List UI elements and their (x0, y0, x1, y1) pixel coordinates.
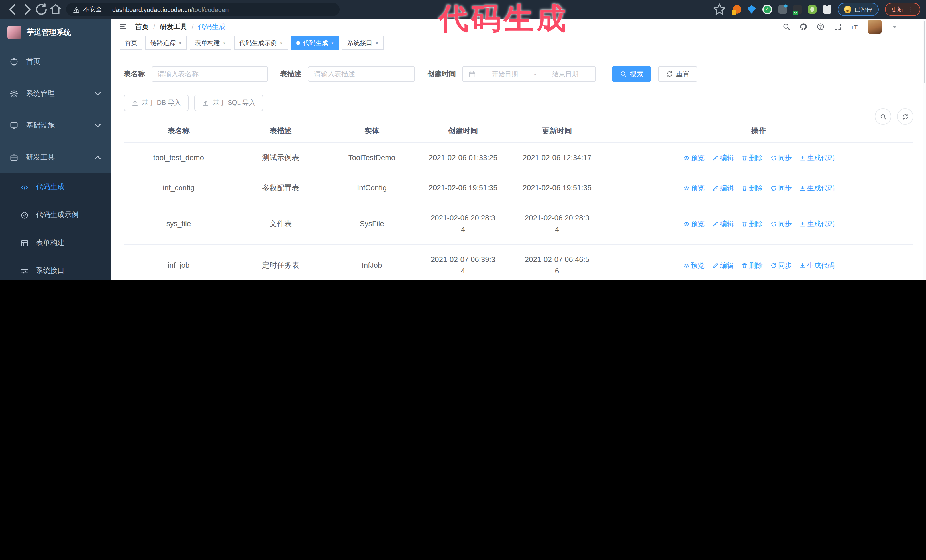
sidebar-item-3[interactable]: 研发工具 (0, 141, 111, 173)
font-size-icon[interactable]: TT (851, 23, 859, 31)
close-icon[interactable]: × (223, 39, 226, 46)
action-edit[interactable]: 编辑 (712, 182, 734, 194)
scrollbar[interactable] (923, 19, 926, 280)
action-delete[interactable]: 删除 (741, 260, 763, 271)
action-download[interactable]: 生成代码 (799, 260, 835, 271)
table-desc-input[interactable]: 请输入表描述 (308, 66, 415, 82)
refresh-icon (666, 71, 673, 77)
tab-0[interactable]: 首页 (120, 36, 142, 50)
kebab-menu-icon[interactable]: ⋮ (908, 6, 914, 13)
green-monkey-extension-icon[interactable] (808, 5, 816, 14)
search-icon[interactable] (782, 23, 790, 31)
table-row: tool_test_demo 测试示例表 ToolTestDemo 2021-0… (124, 143, 914, 173)
tab-1[interactable]: 链路追踪 × (145, 36, 187, 50)
green-check-extension-icon[interactable] (762, 5, 772, 14)
action-sync[interactable]: 同步 (770, 152, 792, 163)
download-icon (799, 185, 805, 191)
sidebar-subitem-3[interactable]: 系统接口 (0, 257, 111, 280)
avatar[interactable] (868, 20, 882, 33)
svg-text:T: T (851, 25, 853, 30)
cell-table-desc: 文件表 (234, 209, 328, 239)
table-header: 表名称表描述实体创建时间更新时间操作 (124, 120, 914, 143)
action-download[interactable]: 生成代码 (799, 152, 835, 163)
action-sync[interactable]: 同步 (770, 182, 792, 194)
hamburger-icon[interactable] (119, 23, 127, 31)
sync-icon (770, 155, 776, 161)
scrollbar-thumb[interactable] (924, 21, 925, 83)
cell-table-name: inf_config (124, 173, 234, 203)
db-import-button[interactable]: 基于 DB 导入 (124, 95, 189, 111)
close-icon[interactable]: × (179, 39, 182, 46)
reset-button[interactable]: 重置 (658, 66, 698, 82)
reload-icon[interactable] (34, 2, 48, 17)
action-download[interactable]: 生成代码 (799, 182, 835, 194)
table-name-placeholder: 请输入表名称 (157, 69, 198, 79)
sidebar-subitem-1[interactable]: 代码生成示例 (0, 201, 111, 229)
table-name-label: 表名称 (124, 69, 145, 79)
home-icon[interactable] (48, 2, 63, 17)
orange-circle-extension-icon[interactable] (732, 5, 741, 14)
paused-badge[interactable]: 已暂停 (837, 3, 879, 16)
help-icon[interactable] (817, 23, 825, 31)
eye-icon (683, 155, 689, 161)
tab-2[interactable]: 表单构建 × (190, 36, 232, 50)
update-button[interactable]: 更新 ⋮ (885, 3, 920, 16)
breadcrumb-item[interactable]: 代码生成 (198, 22, 225, 32)
sql-import-button[interactable]: 基于 SQL 导入 (195, 95, 263, 111)
chevron-down-icon[interactable] (891, 23, 899, 31)
cell-table-desc: 定时任务表 (234, 251, 328, 280)
sidebar-item-1[interactable]: 系统管理 (0, 77, 111, 109)
action-eye[interactable]: 预览 (683, 152, 705, 163)
close-icon[interactable]: × (280, 39, 283, 46)
action-edit[interactable]: 编辑 (712, 152, 734, 163)
back-icon[interactable] (6, 2, 20, 17)
action-eye[interactable]: 预览 (683, 182, 705, 194)
action-edit[interactable]: 编辑 (712, 218, 734, 229)
action-delete[interactable]: 删除 (741, 218, 763, 229)
sidebar-subitem-2[interactable]: 表单构建 (0, 229, 111, 257)
close-icon[interactable]: × (375, 39, 379, 46)
column-header: 操作 (604, 120, 914, 142)
action-delete[interactable]: 删除 (741, 152, 763, 163)
breadcrumb-item[interactable]: 首页 (135, 22, 149, 32)
eye-icon (683, 221, 689, 227)
search-toggle-button[interactable] (875, 108, 891, 125)
close-icon[interactable]: × (331, 39, 334, 46)
tab-label: 首页 (125, 38, 137, 47)
bookmark-star-icon[interactable] (712, 2, 726, 17)
blue-gem-extension-icon[interactable] (747, 5, 756, 14)
grid-blue-extension-icon[interactable] (778, 5, 787, 14)
action-sync[interactable]: 同步 (770, 260, 792, 271)
date-range-picker[interactable]: 开始日期 - 结束日期 (462, 66, 596, 82)
tab-3[interactable]: 代码生成示例 × (234, 36, 288, 50)
action-eye[interactable]: 预览 (683, 218, 705, 229)
search-button-label: 搜索 (630, 69, 643, 79)
tab-5[interactable]: 系统接口 × (342, 36, 384, 50)
action-download[interactable]: 生成代码 (799, 218, 835, 229)
action-edit[interactable]: 编辑 (712, 260, 734, 271)
sidebar-item-2[interactable]: 基础设施 (0, 109, 111, 141)
table-body: tool_test_demo 测试示例表 ToolTestDemo 2021-0… (124, 143, 914, 280)
action-delete[interactable]: 删除 (741, 182, 763, 194)
sidebar-subitem-0[interactable]: 代码生成 (0, 173, 111, 201)
address-bar[interactable]: 不安全 dashboard.yudao.iocoder.cn/tool/code… (66, 3, 340, 16)
sidebar-submenu: 代码生成 代码生成示例 表单构建 系统接口 数据库文档 (0, 173, 111, 280)
action-sync[interactable]: 同步 (770, 218, 792, 229)
refresh-button[interactable] (897, 108, 914, 125)
app-logo[interactable]: 芋道管理系统 (0, 19, 111, 45)
sidebar-item-0[interactable]: 首页 (0, 45, 111, 77)
edit-icon (712, 185, 718, 191)
tab-4[interactable]: 代码生成 × (291, 36, 339, 50)
breadcrumb-item[interactable]: 研发工具 (160, 22, 187, 32)
extensions-area (732, 5, 831, 14)
table-name-input[interactable]: 请输入表名称 (151, 66, 268, 82)
search-button[interactable]: 搜索 (612, 66, 651, 82)
cell-created: 2021-02-06 20:28:3 4 (416, 203, 510, 245)
fullscreen-icon[interactable] (834, 23, 842, 31)
forward-icon[interactable] (20, 2, 34, 17)
puzzle-extension-icon[interactable] (823, 5, 831, 14)
github-icon[interactable] (799, 23, 808, 31)
dark-on-extension-icon[interactable] (793, 5, 802, 14)
browser-window: 不安全 dashboard.yudao.iocoder.cn/tool/code… (0, 0, 926, 280)
action-eye[interactable]: 预览 (683, 260, 705, 271)
